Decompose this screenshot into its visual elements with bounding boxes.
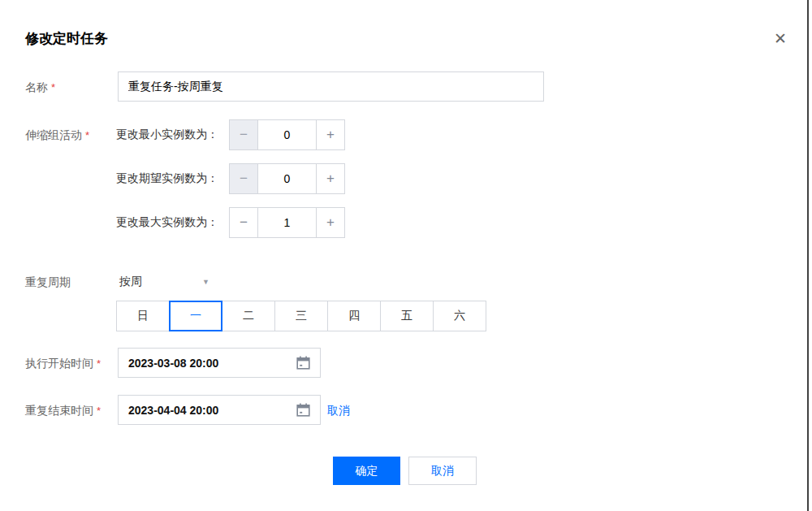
min-instances-row: 更改最小实例数为： − 0 + bbox=[116, 119, 345, 150]
dialog-title: 修改定时任务 bbox=[25, 29, 108, 48]
end-time-picker bbox=[118, 395, 321, 425]
weekday-thursday[interactable]: 四 bbox=[327, 301, 381, 331]
weekday-wednesday[interactable]: 三 bbox=[274, 301, 328, 331]
cancel-end-time-link[interactable]: 取消 bbox=[327, 404, 350, 418]
calendar-icon[interactable] bbox=[296, 403, 310, 417]
required-asterisk: * bbox=[97, 405, 101, 417]
name-label-text: 名称 bbox=[25, 80, 48, 93]
end-time-label-text: 重复结束时间 bbox=[25, 404, 93, 417]
weekday-sunday[interactable]: 日 bbox=[116, 301, 170, 331]
scaling-activity-label: 伸缩组活动* bbox=[25, 128, 89, 143]
desired-instances-value[interactable]: 0 bbox=[258, 164, 316, 193]
weekday-monday[interactable]: 一 bbox=[169, 301, 222, 331]
desired-instances-label: 更改期望实例数为： bbox=[116, 171, 229, 186]
name-field-label: 名称* bbox=[25, 80, 55, 95]
task-name-input[interactable] bbox=[118, 71, 544, 102]
repeat-cycle-selected-value: 按周 bbox=[119, 275, 142, 289]
start-time-label-text: 执行开始时间 bbox=[25, 357, 93, 370]
close-icon[interactable]: ✕ bbox=[770, 28, 791, 49]
confirm-button[interactable]: 确定 bbox=[333, 457, 400, 485]
end-time-label: 重复结束时间* bbox=[25, 404, 101, 418]
start-time-input[interactable] bbox=[118, 348, 321, 378]
start-time-picker bbox=[118, 348, 321, 378]
desired-instances-row: 更改期望实例数为： − 0 + bbox=[116, 163, 345, 194]
max-instances-value[interactable]: 1 bbox=[258, 208, 316, 237]
start-time-label: 执行开始时间* bbox=[25, 357, 101, 371]
max-instances-label: 更改最大实例数为： bbox=[116, 215, 229, 230]
minus-icon[interactable]: − bbox=[230, 208, 258, 237]
min-instances-stepper: − 0 + bbox=[229, 119, 345, 150]
repeat-cycle-select[interactable]: 按周 ▼ bbox=[119, 275, 217, 289]
plus-icon[interactable]: + bbox=[316, 208, 344, 237]
required-asterisk: * bbox=[97, 357, 101, 370]
max-instances-stepper: − 1 + bbox=[229, 207, 345, 238]
min-instances-value[interactable]: 0 bbox=[258, 120, 316, 149]
weekday-friday[interactable]: 五 bbox=[380, 301, 434, 331]
plus-icon[interactable]: + bbox=[316, 120, 344, 149]
minus-icon[interactable]: − bbox=[230, 120, 258, 149]
chevron-down-icon: ▼ bbox=[202, 278, 209, 286]
modify-scheduled-task-dialog: 修改定时任务 ✕ 名称* 伸缩组活动* 更改最小实例数为： − 0 + 更改期望… bbox=[0, 0, 812, 511]
required-asterisk: * bbox=[51, 81, 55, 93]
end-time-input[interactable] bbox=[118, 395, 321, 425]
plus-icon[interactable]: + bbox=[316, 164, 344, 193]
calendar-icon[interactable] bbox=[296, 356, 310, 370]
required-asterisk: * bbox=[85, 129, 89, 141]
window-right-edge bbox=[807, 0, 809, 511]
repeat-cycle-label-text: 重复周期 bbox=[25, 275, 71, 288]
weekday-tuesday[interactable]: 二 bbox=[222, 301, 275, 331]
desired-instances-stepper: − 0 + bbox=[229, 163, 345, 194]
scaling-label-text: 伸缩组活动 bbox=[25, 128, 82, 141]
minus-icon[interactable]: − bbox=[230, 164, 258, 193]
repeat-cycle-label: 重复周期 bbox=[25, 275, 71, 290]
weekday-saturday[interactable]: 六 bbox=[433, 301, 486, 331]
weekday-selector: 日 一 二 三 四 五 六 bbox=[116, 301, 486, 331]
min-instances-label: 更改最小实例数为： bbox=[116, 128, 229, 142]
cancel-button[interactable]: 取消 bbox=[408, 457, 477, 485]
max-instances-row: 更改最大实例数为： − 1 + bbox=[116, 207, 345, 238]
